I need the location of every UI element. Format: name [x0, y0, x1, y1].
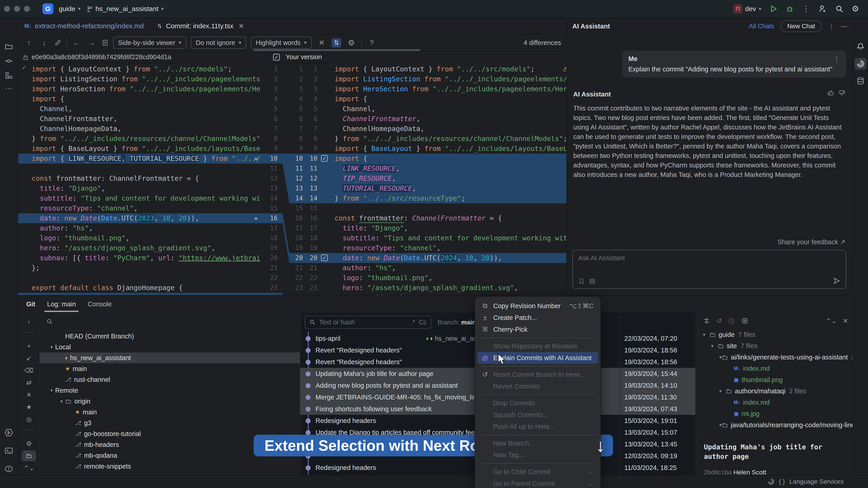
maximize-window-button[interactable]	[24, 6, 30, 12]
collapse-icon[interactable]: ‹	[18, 316, 40, 327]
navigate-icon[interactable]: ◎	[18, 414, 40, 425]
diff-code-area[interactable]: import { LayoutContext } from "../../src…	[18, 63, 566, 295]
file-row-ai-links-generate-tests-using-ai-assistant[interactable]: ▾🗀ai/links/generate-tests-using-ai-assis…	[699, 352, 852, 363]
file-row-site[interactable]: ▾🗀site7 files	[699, 340, 852, 352]
save-prompt-icon[interactable]	[589, 278, 595, 285]
include-change-checkbox[interactable]: ✓	[321, 254, 328, 261]
back-button[interactable]: ←	[71, 39, 82, 47]
thumbs-down-icon[interactable]	[839, 90, 845, 96]
tab-commit-diff[interactable]: Commit: index.11ty.tsx ✕	[150, 18, 250, 34]
menu-item-copy-revision-number[interactable]: ⧉Copy Revision Number⌥⇧⌘C	[477, 300, 598, 312]
favorites-icon[interactable]: ★	[18, 402, 40, 413]
thumbs-up-icon[interactable]	[827, 90, 834, 96]
file-row-thumbnail-png[interactable]: ▣thumbnail.png	[699, 374, 852, 385]
services-tool-icon[interactable]	[4, 428, 13, 437]
menu-item-create-patch-[interactable]: ±Create Patch...	[477, 312, 598, 324]
collapse-unchanged-icon[interactable]: ✕	[316, 38, 327, 47]
file-row-mt-jpg[interactable]: ▣mt.jpg	[699, 408, 852, 419]
whitespace-dropdown[interactable]: Do not ignore▾	[191, 37, 246, 49]
branch-item-rust-channel[interactable]: ⎇rust-channel	[40, 374, 300, 385]
scope-icon[interactable]	[741, 317, 748, 324]
show-paths-icon[interactable]: 🗀	[22, 451, 36, 461]
terminal-tool-icon[interactable]	[4, 447, 13, 455]
expand-collapse-icon[interactable]: ⌃⌄	[18, 463, 40, 474]
more-tools-icon[interactable]: ⋯	[5, 84, 12, 93]
all-chats-link[interactable]: All Chats	[749, 23, 774, 30]
diff-settings-gear-icon[interactable]: ⚙	[346, 38, 357, 47]
expand-all-icon[interactable]: ⌃⌄	[826, 317, 837, 325]
more-actions-button[interactable]: ⋮	[802, 4, 810, 13]
console-tab[interactable]: Console	[88, 300, 112, 308]
database-tool-icon[interactable]	[857, 77, 865, 85]
notifications-bell-icon[interactable]	[857, 42, 865, 51]
message-menu-icon[interactable]: ⋮	[833, 55, 840, 63]
menu-item-explain-commits-with-ai-assistant[interactable]: @Explain Commits with AI Assistant	[477, 352, 598, 364]
send-message-icon[interactable]	[833, 277, 840, 285]
branch-item-main[interactable]: ★main	[40, 407, 300, 418]
edit-icon[interactable]	[54, 39, 61, 46]
regex-toggle[interactable]: .*	[411, 319, 415, 326]
search-everywhere-button[interactable]	[835, 4, 844, 13]
ai-input-box[interactable]: Ask AI Assistant	[572, 250, 846, 289]
share-feedback-link[interactable]: Share your feedback ↗	[778, 238, 845, 246]
branch-item-main[interactable]: ★main	[40, 363, 300, 374]
branch-item-g3[interactable]: ⎇g3	[40, 418, 300, 428]
language-services-status[interactable]: Language Services	[789, 478, 844, 485]
your-version-checkbox[interactable]: ✓	[273, 54, 280, 61]
sync-scroll-toggle[interactable]: ⇅	[332, 38, 341, 47]
ai-assistant-tool-icon-selected[interactable]	[855, 58, 866, 70]
file-row-authors-mahataqi[interactable]: ▾🗀authors/mahataqi2 files	[699, 385, 852, 397]
match-case-toggle[interactable]: Cc	[419, 319, 427, 326]
new-chat-button[interactable]: New Chat	[780, 20, 822, 32]
collapse-all-icon[interactable]: ✕	[843, 317, 848, 325]
ai-panel-minimize-icon[interactable]: —	[841, 23, 847, 30]
close-tab-icon[interactable]: ✕	[239, 22, 244, 30]
checkout-icon[interactable]: ↙	[18, 353, 40, 364]
file-row-guide[interactable]: ▾🗀guide7 files	[699, 329, 852, 340]
tab-scrollbar[interactable]	[253, 49, 421, 51]
file-row-index-md[interactable]: M↓index.md	[699, 397, 852, 408]
debug-button[interactable]	[786, 5, 794, 13]
branch-item-remote-snippets[interactable]: ⎇remote-snippets	[40, 461, 300, 472]
structure-tool-icon[interactable]	[5, 71, 13, 79]
history-icon[interactable]	[728, 318, 735, 324]
prev-change-button[interactable]: ↑	[24, 39, 34, 47]
project-selector[interactable]: guide▾	[59, 5, 81, 13]
help-icon[interactable]: ?	[366, 39, 377, 47]
run-configuration-selector[interactable]: Π dev▾	[733, 4, 761, 13]
tab-extract-method-refactoring[interactable]: M↓ extract-method-refactoring/index.md	[18, 18, 150, 34]
search-icon[interactable]: ✕	[18, 390, 40, 400]
commit-search-field[interactable]: Text or hash .* Cc	[305, 316, 431, 329]
compare-branches-icon[interactable]: ⇄	[18, 377, 40, 388]
ai-status-icon[interactable]	[768, 478, 774, 485]
settings-icon[interactable]: ⚙	[18, 438, 40, 449]
compare-icon[interactable]	[703, 317, 710, 324]
branch-item-local[interactable]: ▾Local	[40, 341, 300, 352]
branch-item-origin[interactable]: ▾🗀origin	[40, 396, 300, 407]
branch-search-row[interactable]	[40, 313, 300, 331]
commit-tool-icon[interactable]	[5, 57, 13, 65]
settings-button[interactable]: ⚙	[852, 4, 859, 13]
log-main-tab[interactable]: Log: main	[47, 300, 76, 308]
prompt-library-icon[interactable]	[578, 278, 585, 285]
next-change-button[interactable]: ↓	[39, 39, 50, 47]
git-tab[interactable]: Git	[26, 300, 35, 308]
file-row-java-tutorials-rearranging-code-moving-lines-a[interactable]: ▾🗀java/tutorials/rearranging-code/moving…	[699, 419, 852, 431]
run-button[interactable]	[770, 5, 778, 13]
include-change-checkbox[interactable]: ✓	[321, 155, 328, 162]
branch-selector[interactable]: hs_new_ai_assistant▾	[86, 5, 164, 13]
close-window-button[interactable]	[4, 6, 10, 12]
menu-item-cherry-pick[interactable]: ꕤCherry-Pick	[477, 324, 598, 335]
minimize-window-button[interactable]	[14, 6, 20, 12]
project-tool-icon[interactable]	[5, 42, 13, 51]
file-list-icon[interactable]	[102, 39, 108, 46]
ai-panel-menu-icon[interactable]: ⋮	[828, 23, 835, 30]
rollback-icon[interactable]: ↺	[717, 317, 722, 325]
branch-item-head-current-branch-[interactable]: HEAD (Current Branch)	[40, 331, 300, 341]
add-user-button[interactable]	[818, 4, 827, 13]
branch-item-hs-new-ai-assistant[interactable]: ⬧hs_new_ai_assistant	[40, 352, 300, 363]
highlight-mode-dropdown[interactable]: Highlight words▾	[251, 37, 311, 49]
forward-button[interactable]: →	[86, 39, 97, 47]
file-row-index-md[interactable]: M↓index.md	[699, 363, 852, 374]
branch-item-remote[interactable]: ▾Remote	[40, 385, 300, 396]
